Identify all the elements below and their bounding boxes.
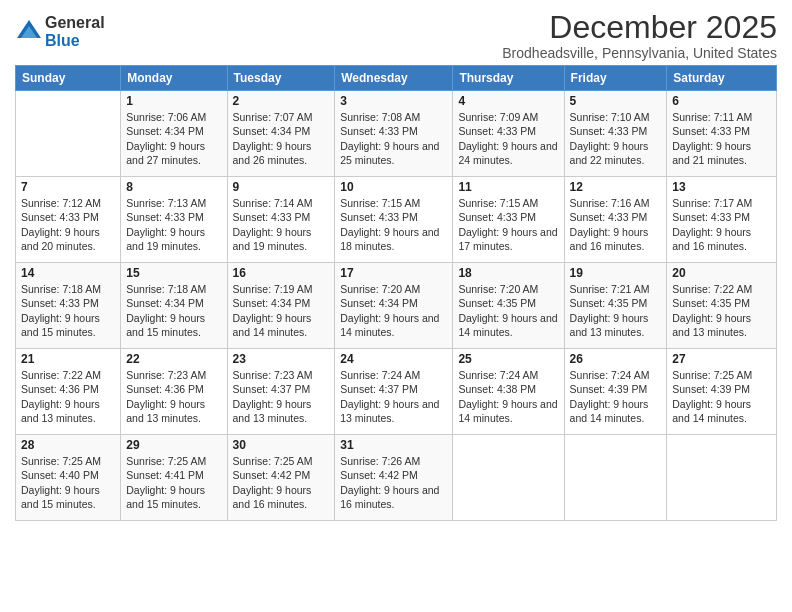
day-info: Sunrise: 7:18 AMSunset: 4:33 PMDaylight:…	[21, 282, 115, 339]
day-cell: 5Sunrise: 7:10 AMSunset: 4:33 PMDaylight…	[564, 91, 667, 177]
day-number: 12	[570, 180, 662, 194]
week-row-3: 21Sunrise: 7:22 AMSunset: 4:36 PMDayligh…	[16, 349, 777, 435]
col-wednesday: Wednesday	[335, 66, 453, 91]
logo-blue-label: Blue	[45, 32, 105, 50]
day-info: Sunrise: 7:09 AMSunset: 4:33 PMDaylight:…	[458, 110, 558, 167]
day-number: 10	[340, 180, 447, 194]
day-number: 16	[233, 266, 330, 280]
day-number: 8	[126, 180, 221, 194]
day-cell: 8Sunrise: 7:13 AMSunset: 4:33 PMDaylight…	[121, 177, 227, 263]
day-cell: 29Sunrise: 7:25 AMSunset: 4:41 PMDayligh…	[121, 435, 227, 521]
calendar-body: 1Sunrise: 7:06 AMSunset: 4:34 PMDaylight…	[16, 91, 777, 521]
col-friday: Friday	[564, 66, 667, 91]
main-title: December 2025	[502, 10, 777, 45]
day-number: 1	[126, 94, 221, 108]
logo-general-label: General	[45, 14, 105, 32]
col-thursday: Thursday	[453, 66, 564, 91]
day-cell: 23Sunrise: 7:23 AMSunset: 4:37 PMDayligh…	[227, 349, 335, 435]
day-cell: 15Sunrise: 7:18 AMSunset: 4:34 PMDayligh…	[121, 263, 227, 349]
day-number: 29	[126, 438, 221, 452]
col-monday: Monday	[121, 66, 227, 91]
day-info: Sunrise: 7:23 AMSunset: 4:37 PMDaylight:…	[233, 368, 330, 425]
day-info: Sunrise: 7:15 AMSunset: 4:33 PMDaylight:…	[458, 196, 558, 253]
day-number: 2	[233, 94, 330, 108]
day-cell: 4Sunrise: 7:09 AMSunset: 4:33 PMDaylight…	[453, 91, 564, 177]
day-number: 14	[21, 266, 115, 280]
day-cell	[453, 435, 564, 521]
day-number: 20	[672, 266, 771, 280]
day-cell: 17Sunrise: 7:20 AMSunset: 4:34 PMDayligh…	[335, 263, 453, 349]
day-number: 19	[570, 266, 662, 280]
day-info: Sunrise: 7:22 AMSunset: 4:35 PMDaylight:…	[672, 282, 771, 339]
day-cell	[667, 435, 777, 521]
day-info: Sunrise: 7:25 AMSunset: 4:40 PMDaylight:…	[21, 454, 115, 511]
day-info: Sunrise: 7:12 AMSunset: 4:33 PMDaylight:…	[21, 196, 115, 253]
day-cell: 1Sunrise: 7:06 AMSunset: 4:34 PMDaylight…	[121, 91, 227, 177]
day-cell: 26Sunrise: 7:24 AMSunset: 4:39 PMDayligh…	[564, 349, 667, 435]
day-cell: 18Sunrise: 7:20 AMSunset: 4:35 PMDayligh…	[453, 263, 564, 349]
day-cell	[16, 91, 121, 177]
day-number: 11	[458, 180, 558, 194]
calendar: Sunday Monday Tuesday Wednesday Thursday…	[15, 65, 777, 521]
day-info: Sunrise: 7:20 AMSunset: 4:34 PMDaylight:…	[340, 282, 447, 339]
day-number: 25	[458, 352, 558, 366]
day-info: Sunrise: 7:24 AMSunset: 4:39 PMDaylight:…	[570, 368, 662, 425]
day-info: Sunrise: 7:25 AMSunset: 4:41 PMDaylight:…	[126, 454, 221, 511]
day-cell: 14Sunrise: 7:18 AMSunset: 4:33 PMDayligh…	[16, 263, 121, 349]
day-cell: 16Sunrise: 7:19 AMSunset: 4:34 PMDayligh…	[227, 263, 335, 349]
day-number: 6	[672, 94, 771, 108]
day-info: Sunrise: 7:08 AMSunset: 4:33 PMDaylight:…	[340, 110, 447, 167]
col-sunday: Sunday	[16, 66, 121, 91]
page: General Blue December 2025 Brodheadsvill…	[0, 0, 792, 612]
day-cell: 2Sunrise: 7:07 AMSunset: 4:34 PMDaylight…	[227, 91, 335, 177]
logo-text: General Blue	[45, 14, 105, 49]
day-cell: 3Sunrise: 7:08 AMSunset: 4:33 PMDaylight…	[335, 91, 453, 177]
day-info: Sunrise: 7:18 AMSunset: 4:34 PMDaylight:…	[126, 282, 221, 339]
logo-icon	[15, 18, 43, 46]
day-number: 7	[21, 180, 115, 194]
day-cell: 27Sunrise: 7:25 AMSunset: 4:39 PMDayligh…	[667, 349, 777, 435]
week-row-4: 28Sunrise: 7:25 AMSunset: 4:40 PMDayligh…	[16, 435, 777, 521]
day-info: Sunrise: 7:23 AMSunset: 4:36 PMDaylight:…	[126, 368, 221, 425]
day-cell: 12Sunrise: 7:16 AMSunset: 4:33 PMDayligh…	[564, 177, 667, 263]
day-number: 28	[21, 438, 115, 452]
header-row: Sunday Monday Tuesday Wednesday Thursday…	[16, 66, 777, 91]
day-info: Sunrise: 7:25 AMSunset: 4:39 PMDaylight:…	[672, 368, 771, 425]
col-saturday: Saturday	[667, 66, 777, 91]
day-number: 15	[126, 266, 221, 280]
day-info: Sunrise: 7:19 AMSunset: 4:34 PMDaylight:…	[233, 282, 330, 339]
day-info: Sunrise: 7:07 AMSunset: 4:34 PMDaylight:…	[233, 110, 330, 167]
day-cell: 19Sunrise: 7:21 AMSunset: 4:35 PMDayligh…	[564, 263, 667, 349]
day-number: 18	[458, 266, 558, 280]
day-number: 27	[672, 352, 771, 366]
day-info: Sunrise: 7:11 AMSunset: 4:33 PMDaylight:…	[672, 110, 771, 167]
col-tuesday: Tuesday	[227, 66, 335, 91]
day-cell: 11Sunrise: 7:15 AMSunset: 4:33 PMDayligh…	[453, 177, 564, 263]
header: General Blue December 2025 Brodheadsvill…	[15, 10, 777, 61]
day-cell: 31Sunrise: 7:26 AMSunset: 4:42 PMDayligh…	[335, 435, 453, 521]
day-info: Sunrise: 7:15 AMSunset: 4:33 PMDaylight:…	[340, 196, 447, 253]
day-info: Sunrise: 7:10 AMSunset: 4:33 PMDaylight:…	[570, 110, 662, 167]
day-info: Sunrise: 7:06 AMSunset: 4:34 PMDaylight:…	[126, 110, 221, 167]
day-info: Sunrise: 7:22 AMSunset: 4:36 PMDaylight:…	[21, 368, 115, 425]
day-number: 22	[126, 352, 221, 366]
day-cell: 13Sunrise: 7:17 AMSunset: 4:33 PMDayligh…	[667, 177, 777, 263]
week-row-2: 14Sunrise: 7:18 AMSunset: 4:33 PMDayligh…	[16, 263, 777, 349]
day-info: Sunrise: 7:25 AMSunset: 4:42 PMDaylight:…	[233, 454, 330, 511]
day-number: 23	[233, 352, 330, 366]
day-number: 4	[458, 94, 558, 108]
day-cell: 22Sunrise: 7:23 AMSunset: 4:36 PMDayligh…	[121, 349, 227, 435]
day-cell: 9Sunrise: 7:14 AMSunset: 4:33 PMDaylight…	[227, 177, 335, 263]
day-info: Sunrise: 7:21 AMSunset: 4:35 PMDaylight:…	[570, 282, 662, 339]
day-info: Sunrise: 7:17 AMSunset: 4:33 PMDaylight:…	[672, 196, 771, 253]
day-cell: 7Sunrise: 7:12 AMSunset: 4:33 PMDaylight…	[16, 177, 121, 263]
day-info: Sunrise: 7:24 AMSunset: 4:38 PMDaylight:…	[458, 368, 558, 425]
day-number: 5	[570, 94, 662, 108]
day-info: Sunrise: 7:13 AMSunset: 4:33 PMDaylight:…	[126, 196, 221, 253]
day-cell: 10Sunrise: 7:15 AMSunset: 4:33 PMDayligh…	[335, 177, 453, 263]
day-cell: 24Sunrise: 7:24 AMSunset: 4:37 PMDayligh…	[335, 349, 453, 435]
day-number: 9	[233, 180, 330, 194]
day-info: Sunrise: 7:14 AMSunset: 4:33 PMDaylight:…	[233, 196, 330, 253]
day-number: 26	[570, 352, 662, 366]
day-info: Sunrise: 7:20 AMSunset: 4:35 PMDaylight:…	[458, 282, 558, 339]
